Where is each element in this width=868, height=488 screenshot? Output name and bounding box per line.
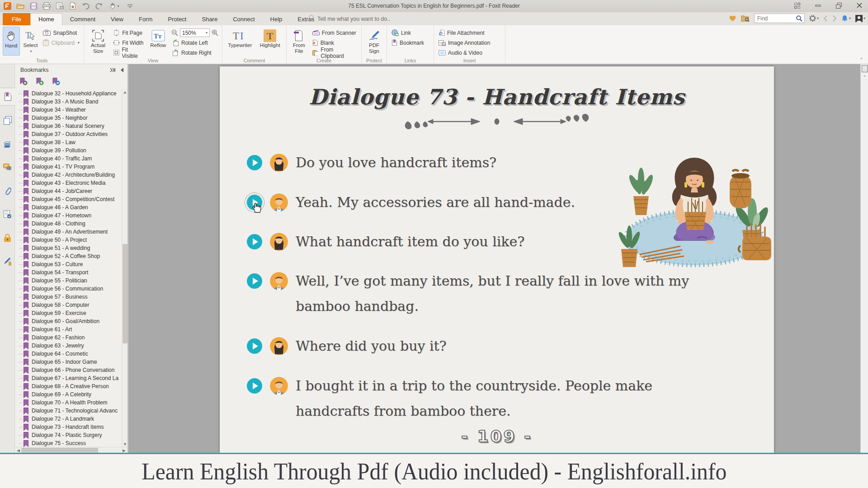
ribbon-tab[interactable]: Share [194, 14, 225, 25]
account-avatar-icon[interactable]: ▾ [855, 15, 865, 22]
bookmark-item[interactable]: Dialogue 50 - A Project [15, 236, 122, 244]
bookmark-item[interactable]: Dialogue 57 - Business [15, 293, 122, 301]
ribbon-tab[interactable]: Comment [62, 14, 103, 25]
bookmark-item[interactable]: Dialogue 64 - Cosmetic [15, 350, 122, 358]
pages-panel-tab[interactable] [0, 111, 15, 129]
bookmark-item[interactable]: Dialogue 67 - Learning A Second La [15, 374, 122, 382]
find-input[interactable] [757, 15, 796, 22]
bookmark-item[interactable]: Dialogue 42 - Architecture/Building [15, 171, 122, 179]
delete-bookmark-icon[interactable] [19, 78, 28, 85]
ribbon-tab[interactable]: View [103, 14, 131, 25]
from-clipboard-button[interactable]: From Clipboard [311, 48, 359, 57]
search-in-folder-icon[interactable] [741, 15, 750, 22]
minimize-button[interactable] [811, 1, 825, 10]
reflow-button[interactable]: Tт Reflow [148, 27, 169, 56]
rotate-left-button[interactable]: Rotate Left [170, 38, 219, 47]
bookmark-item[interactable]: Dialogue 65 - Indoor Game [15, 358, 122, 366]
bookmark-item[interactable]: Dialogue 32 - Household Appliance [15, 89, 122, 98]
bookmark-item[interactable]: Dialogue 73 - Handcraft Items [15, 423, 122, 431]
zoom-in-icon[interactable] [212, 29, 218, 36]
bookmark-item[interactable]: Dialogue 54 - Transport [15, 268, 122, 277]
bookmark-item[interactable]: Dialogue 72 - A Landmark [15, 415, 122, 423]
bookmark-item[interactable]: Dialogue 70 - A Health Problem [15, 399, 122, 407]
play-audio-button[interactable] [246, 273, 263, 289]
bookmark-item[interactable]: Dialogue 52 - A Coffee Shop [15, 252, 122, 260]
layout-grid-button[interactable] [790, 1, 804, 10]
scroll-right-icon[interactable]: ▶ [121, 448, 127, 453]
bookmark-item[interactable]: Dialogue 62 - Fashion [15, 333, 122, 342]
bookmark-item[interactable]: Dialogue 39 - Pollution [15, 146, 122, 155]
fit-visible-button[interactable]: Fit Visible [111, 48, 146, 57]
scrollbar-thumb[interactable] [21, 448, 98, 453]
bookmark-item[interactable]: Dialogue 34 - Weather [15, 106, 122, 114]
bookmark-item[interactable]: Dialogue 38 - Law [15, 138, 122, 146]
hand-button[interactable]: Hand [3, 27, 20, 56]
bookmark-item[interactable]: Dialogue 75 - Success [15, 439, 122, 447]
bookmark-item[interactable]: Dialogue 40 - Traffic Jam [15, 155, 122, 163]
clipboard-button[interactable]: Clipboard ▾ [41, 38, 81, 47]
bookmark-item[interactable]: Dialogue 59 - Exercise [15, 309, 122, 317]
stamp-panel-tab[interactable] [0, 252, 15, 270]
bookmark-item[interactable]: Dialogue 61 - Art [15, 325, 122, 333]
nav-back-icon[interactable] [823, 15, 828, 22]
bookmark-item[interactable]: Dialogue 74 - Plastic Surgery [15, 431, 122, 439]
zoom-level-combo[interactable]: 150% ▾ [180, 28, 210, 37]
scroll-up-icon[interactable]: ▲ [122, 90, 128, 94]
document-vertical-scrollbar[interactable]: ⌃ [860, 64, 868, 453]
bookmark-item[interactable]: Dialogue 37 - Outdoor Activities [15, 130, 122, 138]
bookmark-item[interactable]: Dialogue 49 - An Advertisement [15, 228, 122, 236]
favorites-heart-icon[interactable] [729, 15, 736, 22]
notifications-bell-icon[interactable]: ▾ [841, 15, 851, 22]
ribbon-tab[interactable]: File [3, 13, 30, 25]
scroll-down-icon[interactable]: ▼ [122, 442, 128, 446]
typewriter-button[interactable]: TI Typewriter [225, 27, 255, 56]
image-annotation-button[interactable]: Image Annotation [437, 38, 492, 47]
snapshot-button[interactable]: SnapShot [41, 28, 81, 38]
fit-page-button[interactable]: Fit Page [111, 28, 146, 38]
bookmarks-panel-tab[interactable] [0, 88, 15, 106]
highlight-button[interactable]: T Highlight [256, 27, 283, 56]
bookmark-item[interactable]: Dialogue 45 - Competition/Contest [15, 195, 122, 203]
bookmark-item[interactable]: Dialogue 60 - Goal/Ambition [15, 317, 122, 325]
bookmark-item[interactable]: Dialogue 56 - Communication [15, 285, 122, 293]
bookmark-item[interactable]: Dialogue 35 - Neighbor [15, 114, 122, 122]
expand-all-icon[interactable] [110, 68, 116, 72]
tell-me-search[interactable]: Tell me what you want to do.. [308, 15, 390, 25]
scrollbar-thumb[interactable] [123, 244, 127, 343]
ribbon-tab[interactable]: Home [30, 13, 62, 25]
rotate-right-button[interactable]: Rotate Right [170, 48, 219, 57]
comments-panel-tab[interactable] [0, 158, 15, 176]
bookmark-item[interactable]: Dialogue 71 - Technological Advanc [15, 407, 122, 415]
pdf-sign-button[interactable]: PDF Sign [364, 27, 384, 56]
ribbon-tab[interactable]: Connect [225, 14, 262, 25]
bookmark-item[interactable]: Dialogue 53 - Culture [15, 260, 122, 268]
settings-gear-icon[interactable]: ▾ [809, 15, 819, 22]
zoom-out-icon[interactable] [171, 29, 178, 36]
bookmark-item[interactable]: Dialogue 63 - Jewelry [15, 342, 122, 350]
collapse-panel-icon[interactable] [120, 68, 124, 72]
link-button[interactable]: Link [390, 28, 426, 38]
bookmark-button[interactable]: Bookmark [390, 38, 426, 47]
collapse-ribbon-icon[interactable]: ⌃ [859, 57, 863, 63]
play-audio-button[interactable] [246, 378, 263, 394]
bookmark-item[interactable]: Dialogue 68 - A Creative Person [15, 382, 122, 390]
bookmarks-vertical-scrollbar[interactable]: ▲ ▼ [122, 89, 127, 447]
select-button[interactable]: T Select ▾ [22, 27, 40, 56]
close-button[interactable] [853, 1, 866, 10]
add-bookmark-icon[interactable] [36, 78, 44, 85]
play-audio-button[interactable] [246, 338, 263, 354]
scroll-up-icon[interactable]: ⌃ [861, 75, 868, 80]
bookmark-item[interactable]: Dialogue 48 - Clothing [15, 220, 122, 228]
bookmark-item[interactable]: Dialogue 47 - Hometown [15, 211, 122, 220]
bookmark-item[interactable]: Dialogue 51 - A wedding [15, 244, 122, 252]
audio-video-button[interactable]: Audio & Video [437, 48, 492, 57]
bookmark-item[interactable]: Dialogue 69 - A Celebrity [15, 390, 122, 399]
bookmark-item[interactable]: Dialogue 36 - Natural Scenery [15, 122, 122, 130]
restore-button[interactable] [832, 1, 845, 10]
signatures-panel-tab[interactable] [0, 205, 15, 223]
bookmark-item[interactable]: Dialogue 55 - Politician [15, 277, 122, 285]
layers-panel-tab[interactable] [0, 135, 15, 153]
nav-forward-icon[interactable] [832, 15, 837, 22]
bookmark-item[interactable]: Dialogue 58 - Computer [15, 301, 122, 309]
from-file-button[interactable]: From File [289, 27, 309, 56]
